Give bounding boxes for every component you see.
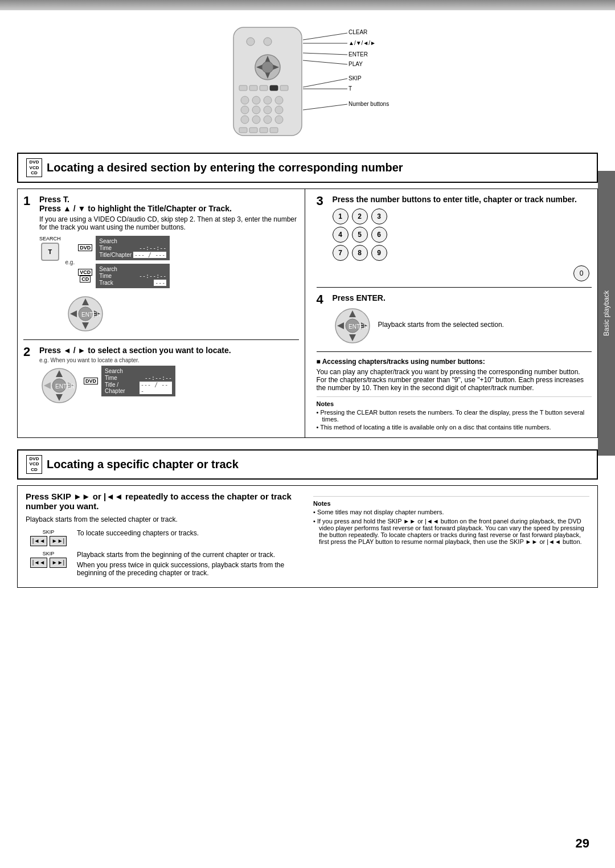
skip-back-2[interactable]: |◄◄ bbox=[30, 558, 47, 568]
svg-rect-10 bbox=[249, 85, 257, 91]
section1-title: Locating a desired section by entering t… bbox=[47, 161, 403, 174]
skip-fwd-2[interactable]: ►►| bbox=[50, 558, 67, 568]
cd-badge-2: CD bbox=[28, 467, 40, 473]
eg-label1: e.g. bbox=[65, 259, 75, 265]
osd-box-1: Search Time--:--:-- Title/Chapter--- / -… bbox=[96, 236, 170, 260]
svg-line-34 bbox=[303, 53, 347, 55]
svg-point-23 bbox=[252, 116, 260, 124]
skip-row-1: SKIP |◄◄ ►►| To locate succeeding chapte… bbox=[26, 529, 302, 546]
svg-point-17 bbox=[275, 96, 283, 104]
svg-point-22 bbox=[241, 116, 249, 124]
num-btn-2[interactable]: 2 bbox=[352, 208, 368, 224]
section2-body: Press SKIP ►► or |◄◄ repeatedly to acces… bbox=[26, 492, 589, 582]
step2-header: Press ◄ / ► to select a section you want… bbox=[39, 346, 299, 355]
svg-point-15 bbox=[252, 96, 260, 104]
section2-content: Press SKIP ►► or |◄◄ repeatedly to acces… bbox=[17, 485, 598, 588]
accessing-section: ■ Accessing chapters/tracks using number… bbox=[317, 358, 592, 431]
svg-rect-26 bbox=[239, 128, 247, 133]
accessing-title: Accessing chapters/tracks using number b… bbox=[322, 358, 485, 366]
note-2-2: • If you press and hold the SKIP ►► or |… bbox=[313, 518, 589, 545]
step1-header-text: Press T. bbox=[39, 195, 69, 204]
svg-rect-13 bbox=[280, 85, 288, 91]
skip-desc-2: Playback starts from the beginning of th… bbox=[77, 551, 302, 577]
dvd-label-2: DVD bbox=[84, 378, 98, 384]
svg-text:T: T bbox=[348, 85, 352, 92]
disc-badges-1: DVD VCD CD bbox=[26, 158, 42, 177]
disc-badges-2: DVD VCD CD bbox=[26, 455, 42, 474]
skip-pair-2: SKIP |◄◄ ►►| bbox=[26, 551, 71, 568]
num-btn-0[interactable]: 0 bbox=[573, 265, 589, 281]
vcd-badge-2: VCD bbox=[28, 461, 40, 467]
section2-title: Locating a specific chapter or track bbox=[47, 458, 239, 471]
step3-divider bbox=[317, 287, 592, 288]
sidebar: Basic playback bbox=[598, 171, 615, 456]
svg-point-1 bbox=[247, 38, 255, 46]
note-1-2: • This method of locating a title is ava… bbox=[317, 424, 592, 431]
skip-desc-1: To locate succeeding chapters or tracks. bbox=[77, 529, 199, 537]
skip-buttons-1: |◄◄ ►►| bbox=[30, 536, 67, 546]
page-number: 29 bbox=[576, 836, 589, 851]
t-button[interactable]: T bbox=[41, 243, 59, 261]
num-btn-1[interactable]: 1 bbox=[333, 208, 348, 224]
svg-point-8 bbox=[262, 62, 273, 73]
main-content: 1 Press T. Press ▲ / ▼ to highlight the … bbox=[17, 189, 598, 438]
step4: 4 Press ENTER. ENTER Playback starts fro… bbox=[317, 293, 592, 346]
svg-text:▲/▼/◄/►: ▲/▼/◄/► bbox=[348, 40, 376, 46]
left-column: 1 Press T. Press ▲ / ▼ to highlight the … bbox=[18, 189, 305, 437]
step1-divider bbox=[23, 339, 299, 340]
remote-illustration: CLEAR ▲/▼/◄/► ENTER PLAY SKIP T Number b… bbox=[182, 22, 433, 141]
cd-label-1: CD bbox=[80, 276, 91, 282]
svg-text:CLEAR: CLEAR bbox=[348, 29, 367, 35]
num-btn-7[interactable]: 7 bbox=[333, 245, 348, 261]
svg-line-30 bbox=[303, 33, 347, 40]
skip-back-1[interactable]: |◄◄ bbox=[30, 536, 47, 546]
num-btn-6[interactable]: 6 bbox=[371, 227, 387, 243]
svg-text:ENTER: ENTER bbox=[348, 324, 368, 330]
accessing-text: You can play any chapter/track you want … bbox=[317, 368, 592, 392]
step3: 3 Press the number buttons to enter titl… bbox=[317, 195, 592, 281]
skip-label-2: SKIP bbox=[43, 551, 55, 556]
svg-line-36 bbox=[303, 60, 347, 64]
section2-main-header: Press SKIP ►► or |◄◄ repeatedly to acces… bbox=[26, 492, 302, 511]
dpad-2: ENTER bbox=[39, 366, 79, 406]
vcd-badge: VCD bbox=[28, 165, 40, 171]
step1-subheader: Press ▲ / ▼ to highlight the Title/Chapt… bbox=[39, 204, 232, 213]
svg-point-25 bbox=[275, 116, 283, 124]
skip-fwd-1[interactable]: ►►| bbox=[50, 536, 67, 546]
step2-number: 2 bbox=[23, 346, 30, 358]
vcd-label-1: VCD bbox=[78, 269, 92, 276]
skip-pair-1: SKIP |◄◄ ►►| bbox=[26, 529, 71, 546]
note-1-1: • Pressing the CLEAR button resets the n… bbox=[317, 409, 592, 423]
svg-text:ENTER: ENTER bbox=[81, 312, 101, 318]
svg-point-2 bbox=[264, 38, 272, 46]
svg-rect-9 bbox=[239, 85, 247, 91]
skip-buttons-2: |◄◄ ►►| bbox=[30, 558, 67, 568]
num-btn-8[interactable]: 8 bbox=[352, 245, 368, 261]
step4-divider bbox=[317, 351, 592, 352]
osd-box-2: Search Time--:--:-- Track--- bbox=[96, 264, 170, 288]
svg-text:Number buttons: Number buttons bbox=[348, 101, 389, 107]
sidebar-label: Basic playback bbox=[602, 290, 610, 336]
step4-header: Press ENTER. bbox=[333, 293, 592, 302]
step1-desc: If you are using a VIDEO CD/audio CD, sk… bbox=[39, 215, 299, 231]
step2-eg: e.g. When you want to locate a chapter. bbox=[39, 357, 299, 363]
section2-left: Press SKIP ►► or |◄◄ repeatedly to acces… bbox=[26, 492, 302, 582]
number-buttons: 1 2 3 4 5 6 7 8 9 bbox=[333, 208, 592, 261]
note-2-1: • Some titles may not display chapter nu… bbox=[313, 509, 589, 515]
svg-line-38 bbox=[303, 79, 347, 87]
skip-row-2: SKIP |◄◄ ►►| Playback starts from the be… bbox=[26, 551, 302, 577]
step2: 2 Press ◄ / ► to select a section you wa… bbox=[23, 346, 299, 406]
num-btn-5[interactable]: 5 bbox=[352, 227, 368, 243]
num-btn-4[interactable]: 4 bbox=[333, 227, 348, 243]
dvd-badge: DVD bbox=[28, 159, 40, 165]
svg-point-20 bbox=[264, 106, 272, 114]
num-btn-3[interactable]: 3 bbox=[371, 208, 387, 224]
skip-btns-2: SKIP |◄◄ ►►| bbox=[26, 551, 71, 568]
notes-section-1: Notes • Pressing the CLEAR button resets… bbox=[317, 396, 592, 431]
notes-title-1: Notes bbox=[317, 400, 592, 407]
num-btn-9[interactable]: 9 bbox=[371, 245, 387, 261]
svg-line-42 bbox=[303, 104, 347, 110]
notes-section-2: Notes • Some titles may not display chap… bbox=[313, 496, 589, 545]
svg-text:PLAY: PLAY bbox=[348, 61, 363, 67]
section1-header: DVD VCD CD Locating a desired section by… bbox=[17, 153, 598, 183]
